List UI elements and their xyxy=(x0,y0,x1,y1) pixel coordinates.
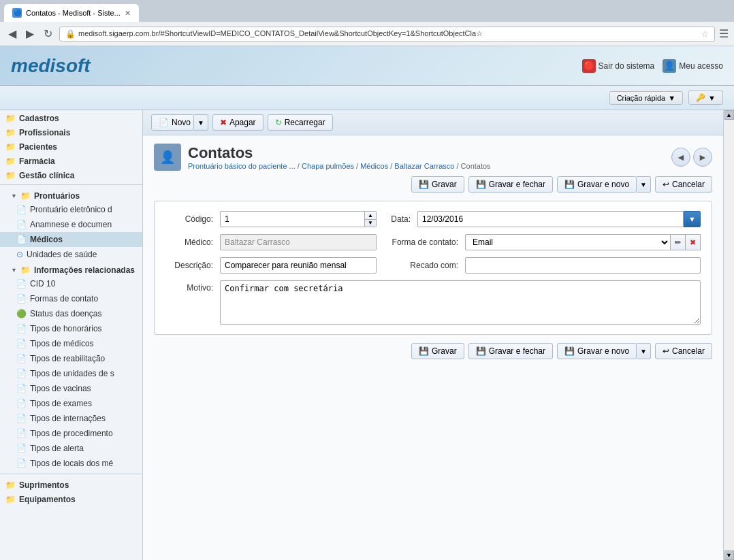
logout-label: Sair do sistema xyxy=(599,61,655,71)
sidebar-item-equipamentos[interactable]: 📁 Equipamentos xyxy=(0,491,142,506)
sidebar-item-tipos-alerta[interactable]: 📄 Tipos de alerta xyxy=(0,441,142,456)
my-access-button[interactable]: 👤 Meu acesso xyxy=(663,59,723,73)
back-button[interactable]: ◀ xyxy=(5,26,19,42)
sidebar-item-tipos-medicos[interactable]: 📄 Tipos de médicos xyxy=(0,336,142,351)
prev-record-button[interactable]: ◄ xyxy=(671,148,690,167)
browser-tab[interactable]: 🔵 Contatos - Medisoft - Siste... ✕ xyxy=(4,4,139,22)
sidebar-item-unidades[interactable]: ⊙ Unidades de saúde xyxy=(0,247,142,262)
folder-icon-pacientes: 📁 xyxy=(5,142,16,152)
sidebar-item-anamnese[interactable]: 📄 Anamnese e documen xyxy=(0,217,142,232)
address-bar[interactable]: 🔒 medisoft.sigaerp.com.br/#ShortcutViewI… xyxy=(59,27,715,42)
save-new-button-top[interactable]: 💾 Gravar e novo xyxy=(557,176,637,193)
content-area: 📄 Novo ▼ ✖ Apagar ↻ Recarregar xyxy=(143,110,723,560)
sidebar-item-prontuarios[interactable]: ▼ 📁 Prontuários xyxy=(0,188,142,202)
save-new-label-top: Gravar e novo xyxy=(577,180,629,189)
app-header: medisoft 🔴 Sair do sistema 👤 Meu acesso xyxy=(0,46,734,86)
logout-button[interactable]: 🔴 Sair do sistema xyxy=(582,59,655,73)
reload-button[interactable]: ↻ xyxy=(41,26,55,42)
browser-menu-icon[interactable]: ☰ xyxy=(719,27,729,40)
data-input[interactable] xyxy=(417,211,684,227)
main-layout: 📁 Cadastros 📁 Profissionais 📁 Pacientes … xyxy=(0,110,734,560)
recado-com-label: Recado com: xyxy=(383,261,458,270)
sidebar-item-pacientes[interactable]: 📁 Pacientes xyxy=(0,139,142,153)
sidebar-item-suprimentos[interactable]: 📁 Suprimentos xyxy=(0,477,142,491)
sidebar-label-formas-contato: Formas de contato xyxy=(30,294,98,303)
breadcrumb-link-medicos[interactable]: Médicos xyxy=(360,162,388,170)
cancel-button-bottom[interactable]: ↩ Cancelar xyxy=(655,343,712,359)
data-field-group: ▼ xyxy=(417,211,701,227)
sidebar-item-tipos-reabilitacao[interactable]: 📄 Tipos de reabilitação xyxy=(0,351,142,366)
save-close-label-bottom: Gravar e fechar xyxy=(489,346,545,356)
breadcrumb-link-prontuario[interactable]: Prontuário básico do paciente ... xyxy=(188,162,296,170)
doc-icon-locais: 📄 xyxy=(16,459,27,468)
sidebar-label-pron-elet: Prontuário eletrônico d xyxy=(30,205,112,214)
motivo-textarea[interactable] xyxy=(220,280,701,325)
breadcrumb-link-chapa[interactable]: Chapa pulmões xyxy=(302,162,354,170)
new-dropdown-button[interactable]: ▼ xyxy=(194,114,208,131)
save-new-dropdown-top[interactable]: ▼ xyxy=(637,176,651,193)
save-button-bottom[interactable]: 💾 Gravar xyxy=(411,343,464,359)
doc-icon-internacoes: 📄 xyxy=(16,414,27,423)
save-new-dropdown-bottom[interactable]: ▼ xyxy=(637,343,651,359)
codigo-spin-up[interactable]: ▲ xyxy=(365,212,376,220)
sidebar-item-tipos-unidades[interactable]: 📄 Tipos de unidades de s xyxy=(0,366,142,381)
sidebar-item-info-relacionadas[interactable]: ▼ 📁 Informações relacionadas xyxy=(0,262,142,276)
forma-contato-select[interactable]: Email xyxy=(465,234,671,250)
sidebar-item-tipos-vacinas[interactable]: 📄 Tipos de vacinas xyxy=(0,381,142,396)
sidebar-item-formas-contato[interactable]: 📄 Formas de contato xyxy=(0,291,142,306)
cancel-button-top[interactable]: ↩ Cancelar xyxy=(655,176,712,193)
sidebar-item-tipos-internacoes[interactable]: 📄 Tipos de internações xyxy=(0,411,142,426)
sidebar-item-gestao[interactable]: 📁 Gestão clínica xyxy=(0,167,142,182)
data-calendar-button[interactable]: ▼ xyxy=(684,211,701,227)
sidebar-item-farmacia[interactable]: 📁 Farmácia xyxy=(0,153,142,167)
sidebar-label-status-doencas: Status das doenças xyxy=(30,309,101,318)
quick-extra-button[interactable]: 🔑 ▼ xyxy=(688,90,723,105)
sidebar-item-tipos-procedimentos[interactable]: 📄 Tipos de procedimento xyxy=(0,426,142,441)
scroll-down-button[interactable]: ▼ xyxy=(724,550,734,560)
new-button[interactable]: 📄 Novo xyxy=(151,114,194,131)
codigo-spin-down[interactable]: ▼ xyxy=(365,220,376,227)
descricao-input[interactable] xyxy=(220,257,377,274)
forma-contato-delete-button[interactable]: ✖ xyxy=(686,234,701,250)
save-close-button-top[interactable]: 💾 Gravar e fechar xyxy=(468,176,553,193)
sidebar-item-status-doencas[interactable]: 🟢 Status das doenças xyxy=(0,306,142,321)
sidebar-label-anamnese: Anamnese e documen xyxy=(30,220,112,229)
sidebar-item-prontuario-eletronico[interactable]: 📄 Prontuário eletrônico d xyxy=(0,202,142,217)
doc-icon-anamnese: 📄 xyxy=(16,220,27,229)
sidebar: 📁 Cadastros 📁 Profissionais 📁 Pacientes … xyxy=(0,110,143,560)
reload-button[interactable]: ↻ Recarregar xyxy=(268,114,333,131)
save-close-label-top: Gravar e fechar xyxy=(489,180,545,189)
sidebar-item-tipos-honorarios[interactable]: 📄 Tipos de honorários xyxy=(0,321,142,336)
codigo-input[interactable] xyxy=(220,211,365,227)
browser-chrome: 🔵 Contatos - Medisoft - Siste... ✕ ◀ ▶ ↻… xyxy=(0,0,734,46)
forma-contato-edit-button[interactable]: ✏ xyxy=(671,234,686,250)
recado-com-input[interactable] xyxy=(465,257,701,274)
save-new-button-bottom[interactable]: 💾 Gravar e novo xyxy=(557,343,637,359)
breadcrumb-link-baltazar[interactable]: Baltazar Carrasco xyxy=(394,162,454,170)
scrollbar[interactable]: ▲ ▼ xyxy=(723,110,734,560)
tab-bar: 🔵 Contatos - Medisoft - Siste... ✕ xyxy=(0,0,734,22)
save-close-icon-top: 💾 xyxy=(476,180,486,189)
forward-button[interactable]: ▶ xyxy=(23,26,37,42)
logout-icon: 🔴 xyxy=(582,59,596,73)
sidebar-item-cadastros[interactable]: 📁 Cadastros xyxy=(0,110,142,125)
tab-favicon: 🔵 xyxy=(12,8,22,18)
save-close-button-bottom[interactable]: 💾 Gravar e fechar xyxy=(468,343,553,359)
next-record-button[interactable]: ► xyxy=(693,148,712,167)
folder-icon-prontuarios: 📁 xyxy=(20,191,31,201)
scroll-up-button[interactable]: ▲ xyxy=(724,110,734,120)
delete-button[interactable]: ✖ Apagar xyxy=(212,114,264,131)
sidebar-item-cid10[interactable]: 📄 CID 10 xyxy=(0,276,142,291)
tab-close-button[interactable]: ✕ xyxy=(125,9,131,18)
motivo-label: Motivo: xyxy=(165,280,213,293)
sidebar-label-tipos-vacinas: Tipos de vacinas xyxy=(30,384,91,393)
quick-extra-arrow: ▼ xyxy=(708,94,716,102)
sidebar-item-medicos[interactable]: 📄 Médicos xyxy=(0,232,142,247)
quick-create-button[interactable]: Criação rápida ▼ xyxy=(609,91,683,105)
quick-create-bar: Criação rápida ▼ 🔑 ▼ xyxy=(0,86,734,110)
sidebar-item-tipos-exames[interactable]: 📄 Tipos de exames xyxy=(0,396,142,411)
sidebar-item-tipos-locais[interactable]: 📄 Tipos de locais dos mé xyxy=(0,456,142,471)
save-button-top[interactable]: 💾 Gravar xyxy=(411,176,464,193)
sidebar-item-profissionais[interactable]: 📁 Profissionais xyxy=(0,125,142,139)
app-logo: medisoft xyxy=(11,55,91,77)
